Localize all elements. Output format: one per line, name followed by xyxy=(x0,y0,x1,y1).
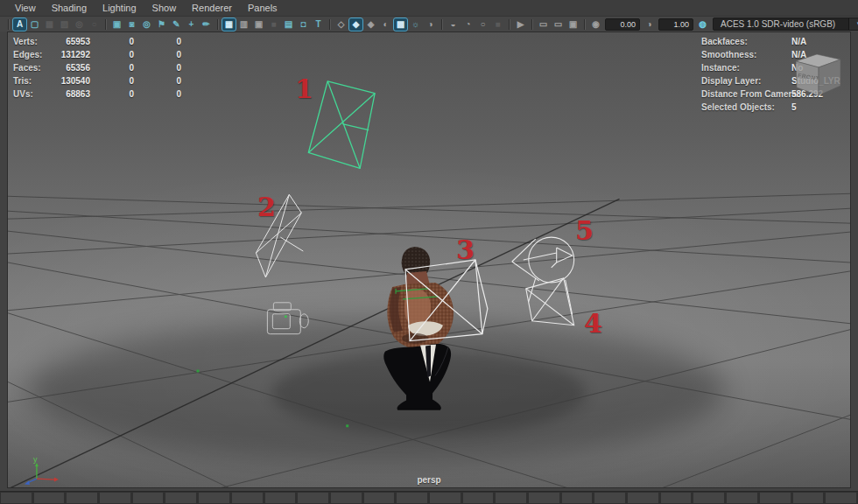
color-management-icon[interactable]: ◍ xyxy=(696,18,709,31)
time-slider-tick[interactable] xyxy=(430,493,461,503)
wireframe-on-shaded-icon[interactable]: ▩ xyxy=(394,18,407,31)
toolbar-separator xyxy=(509,19,510,30)
toolbar-separator xyxy=(105,19,106,30)
time-slider-tick[interactable] xyxy=(100,493,130,503)
selection-highlight-icon[interactable]: A xyxy=(13,18,26,31)
hud-row: Selected Objects:5 xyxy=(701,101,840,114)
menu-item-lighting[interactable]: Lighting xyxy=(95,1,144,15)
lighting-icon[interactable]: ☼ xyxy=(409,18,422,31)
motion-blur-icon[interactable]: ◔ xyxy=(461,18,475,31)
time-slider-tick[interactable] xyxy=(793,493,824,503)
time-slider-tick[interactable] xyxy=(397,493,427,503)
hud-value: 0 xyxy=(90,48,134,61)
time-slider-tick[interactable] xyxy=(826,493,856,503)
select-sphere-icon[interactable]: ○ xyxy=(88,18,101,31)
time-slider-tick[interactable] xyxy=(727,493,757,503)
shaded-icon[interactable]: ◆ xyxy=(349,18,362,31)
toolbar-separator xyxy=(8,19,9,30)
isolate-select-icon[interactable]: ▶ xyxy=(514,18,527,31)
time-slider-tick[interactable] xyxy=(693,493,724,503)
snap-icon[interactable]: + xyxy=(185,18,198,31)
grid-icon[interactable]: ▦ xyxy=(222,18,236,31)
image-plane-icon[interactable]: ▣ xyxy=(566,18,580,31)
gamma-icon[interactable]: ◑ xyxy=(643,18,656,31)
time-slider-tick[interactable] xyxy=(133,493,164,503)
film-gate-icon[interactable]: ▥ xyxy=(237,18,250,31)
select-circle-icon[interactable]: ◎ xyxy=(73,18,86,31)
safe-title-icon[interactable]: T xyxy=(312,18,325,31)
time-slider-tick[interactable] xyxy=(562,493,593,503)
camera1-wireframe-selected[interactable] xyxy=(308,81,375,169)
exposure-icon[interactable]: ◉ xyxy=(589,18,602,31)
hud-row: Edges:13129200 xyxy=(13,48,181,61)
gate-mask-icon[interactable]: ■ xyxy=(267,18,280,31)
hud-value: 0 xyxy=(134,74,181,88)
time-slider[interactable] xyxy=(0,491,858,504)
viewport-toolbar: A▢▦▨◎○▣◙◎⚑✎+✏▦▥▣■▤◘T◇◆◈◐▩☼◑◒◔○■▶▭▭▣◉0.00… xyxy=(0,17,858,32)
hud-label: Distance From Camera: xyxy=(701,88,791,101)
toolbar-separator xyxy=(584,19,585,30)
render-setting-icon[interactable]: ■ xyxy=(491,18,504,31)
camera-icon[interactable]: ▣ xyxy=(110,18,123,31)
hud-value: 0 xyxy=(134,61,181,74)
resolution-gate-icon[interactable]: ▣ xyxy=(252,18,265,31)
ambient-occlusion-icon[interactable]: ◒ xyxy=(447,18,460,31)
hud-label: Tris: xyxy=(13,74,57,88)
shadows-icon[interactable]: ◑ xyxy=(424,18,437,31)
time-slider-tick[interactable] xyxy=(529,493,559,503)
3d-viewport[interactable]: y Verts:6595300Edges:13129200Faces:65356… xyxy=(7,32,851,488)
menu-item-view[interactable]: View xyxy=(7,1,44,15)
time-slider-tick[interactable] xyxy=(463,493,494,503)
hud-label: Smoothness: xyxy=(701,48,791,61)
view-transform-dropdown[interactable]: ACES 1.0 SDR-video (sRGB)▾ xyxy=(713,18,858,31)
camera-attributes-icon[interactable]: ◎ xyxy=(140,18,153,31)
gamma-field[interactable]: 1.00 xyxy=(658,18,693,31)
annotation-2: 2 xyxy=(257,194,276,220)
time-slider-tick[interactable] xyxy=(34,493,65,503)
snapshot-icon[interactable]: ▭ xyxy=(537,18,550,31)
hud-value: 65356 xyxy=(57,61,90,74)
time-slider-tick[interactable] xyxy=(232,493,263,503)
time-slider-tick[interactable] xyxy=(594,493,625,503)
lasso-select-icon[interactable]: ▦ xyxy=(43,18,56,31)
hud-row: Tris:13054000 xyxy=(13,74,181,88)
time-slider-tick[interactable] xyxy=(298,493,328,503)
view-transform-label: ACES 1.0 SDR-video (sRGB) xyxy=(714,19,848,29)
bookmark-icon[interactable]: ⚑ xyxy=(155,18,168,31)
select-object-icon[interactable]: ▢ xyxy=(28,18,41,31)
time-slider-tick[interactable] xyxy=(628,493,658,503)
default-material-icon[interactable]: ◐ xyxy=(379,18,392,31)
time-slider-tick[interactable] xyxy=(331,493,362,503)
time-slider-tick[interactable] xyxy=(1,493,32,503)
lock-camera-icon[interactable]: ◙ xyxy=(125,18,138,31)
grease-pencil-icon[interactable]: ✎ xyxy=(170,18,183,31)
time-slider-tick[interactable] xyxy=(661,493,692,503)
axis-y-label: y xyxy=(33,455,38,464)
time-slider-tick[interactable] xyxy=(760,493,791,503)
time-slider-tick[interactable] xyxy=(364,493,395,503)
chevron-down-icon[interactable]: ▾ xyxy=(848,18,858,30)
wireframe-icon[interactable]: ◇ xyxy=(334,18,348,31)
menu-item-panels[interactable]: Panels xyxy=(240,1,285,15)
time-slider-tick[interactable] xyxy=(496,493,526,503)
menu-item-renderer[interactable]: Renderer xyxy=(184,1,240,15)
safe-action-icon[interactable]: ◘ xyxy=(297,18,310,31)
time-slider-tick[interactable] xyxy=(165,493,196,503)
hud-value: 0 xyxy=(134,35,181,48)
snapshot-multi-icon[interactable]: ▭ xyxy=(552,18,565,31)
annotation-3: 3 xyxy=(456,237,475,263)
time-slider-tick[interactable] xyxy=(199,493,229,503)
menu-item-show[interactable]: Show xyxy=(144,1,185,15)
time-slider-tick[interactable] xyxy=(265,493,296,503)
menu-item-shading[interactable]: Shading xyxy=(44,1,95,15)
textured-icon[interactable]: ◈ xyxy=(364,18,377,31)
view-cube[interactable]: FRONT xyxy=(790,50,846,102)
hud-value: 131292 xyxy=(57,48,90,61)
anti-aliasing-icon[interactable]: ○ xyxy=(476,18,489,31)
paint-select-icon[interactable]: ▨ xyxy=(58,18,71,31)
toolbar-separator xyxy=(441,19,442,30)
time-slider-tick[interactable] xyxy=(67,493,97,503)
exposure-field[interactable]: 0.00 xyxy=(605,18,640,31)
brush-icon[interactable]: ✏ xyxy=(200,18,213,31)
field-chart-icon[interactable]: ▤ xyxy=(282,18,295,31)
